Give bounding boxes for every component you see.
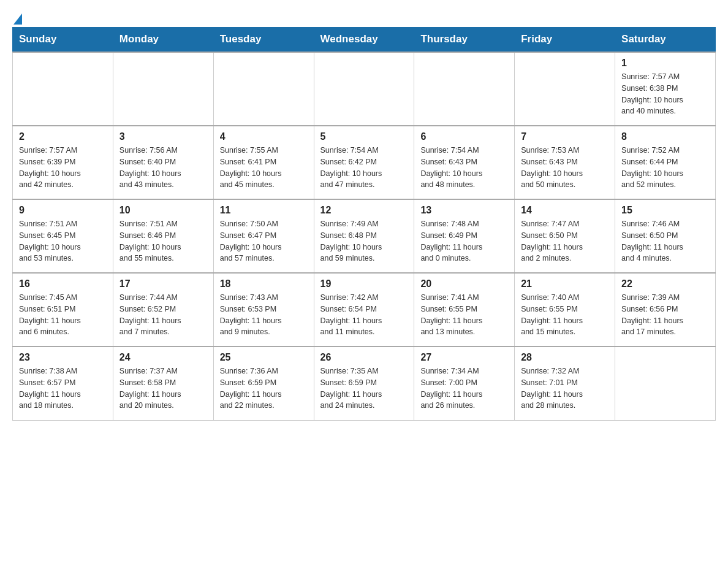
calendar-cell: 11Sunrise: 7:50 AM Sunset: 6:47 PM Dayli… [213, 199, 314, 273]
calendar-cell: 9Sunrise: 7:51 AM Sunset: 6:45 PM Daylig… [13, 199, 113, 273]
day-info: Sunrise: 7:55 AM Sunset: 6:41 PM Dayligh… [220, 145, 308, 191]
day-number: 10 [119, 205, 207, 216]
day-of-week-header: Saturday [615, 27, 716, 52]
day-number: 17 [119, 278, 207, 289]
calendar-cell: 24Sunrise: 7:37 AM Sunset: 6:58 PM Dayli… [113, 347, 213, 420]
day-number: 20 [420, 278, 508, 289]
day-of-week-header: Wednesday [314, 27, 414, 52]
day-info: Sunrise: 7:57 AM Sunset: 6:38 PM Dayligh… [621, 71, 709, 117]
calendar-cell: 22Sunrise: 7:39 AM Sunset: 6:56 PM Dayli… [615, 273, 716, 347]
day-number: 28 [521, 352, 609, 363]
calendar-cell [414, 52, 515, 126]
day-info: Sunrise: 7:49 AM Sunset: 6:48 PM Dayligh… [320, 218, 408, 264]
calendar-header-row: SundayMondayTuesdayWednesdayThursdayFrid… [13, 27, 716, 52]
calendar-cell [13, 52, 113, 126]
day-number: 3 [119, 131, 207, 142]
day-number: 21 [521, 278, 609, 289]
calendar-cell: 27Sunrise: 7:34 AM Sunset: 7:00 PM Dayli… [414, 347, 515, 420]
day-info: Sunrise: 7:57 AM Sunset: 6:39 PM Dayligh… [19, 145, 107, 191]
day-info: Sunrise: 7:43 AM Sunset: 6:53 PM Dayligh… [220, 292, 308, 338]
day-of-week-header: Tuesday [213, 27, 314, 52]
calendar-cell [213, 52, 314, 126]
calendar-cell: 7Sunrise: 7:53 AM Sunset: 6:43 PM Daylig… [515, 126, 615, 199]
day-number: 19 [320, 278, 408, 289]
calendar-cell [113, 52, 213, 126]
day-info: Sunrise: 7:32 AM Sunset: 7:01 PM Dayligh… [521, 366, 609, 412]
calendar-cell [615, 347, 716, 420]
day-info: Sunrise: 7:42 AM Sunset: 6:54 PM Dayligh… [320, 292, 408, 338]
day-number: 26 [320, 352, 408, 363]
calendar-cell: 10Sunrise: 7:51 AM Sunset: 6:46 PM Dayli… [113, 199, 213, 273]
day-info: Sunrise: 7:53 AM Sunset: 6:43 PM Dayligh… [521, 145, 609, 191]
day-info: Sunrise: 7:39 AM Sunset: 6:56 PM Dayligh… [621, 292, 709, 338]
day-number: 23 [19, 352, 107, 363]
day-of-week-header: Sunday [13, 27, 113, 52]
calendar-cell: 2Sunrise: 7:57 AM Sunset: 6:39 PM Daylig… [13, 126, 113, 199]
calendar-cell: 19Sunrise: 7:42 AM Sunset: 6:54 PM Dayli… [314, 273, 414, 347]
calendar-cell: 14Sunrise: 7:47 AM Sunset: 6:50 PM Dayli… [515, 199, 615, 273]
day-of-week-header: Friday [515, 27, 615, 52]
day-info: Sunrise: 7:37 AM Sunset: 6:58 PM Dayligh… [119, 366, 207, 412]
day-number: 1 [621, 58, 709, 69]
calendar-cell: 21Sunrise: 7:40 AM Sunset: 6:55 PM Dayli… [515, 273, 615, 347]
day-info: Sunrise: 7:47 AM Sunset: 6:50 PM Dayligh… [521, 218, 609, 264]
calendar-week-row: 1Sunrise: 7:57 AM Sunset: 6:38 PM Daylig… [13, 52, 716, 126]
day-info: Sunrise: 7:51 AM Sunset: 6:45 PM Dayligh… [19, 218, 107, 264]
calendar-cell: 20Sunrise: 7:41 AM Sunset: 6:55 PM Dayli… [414, 273, 515, 347]
day-number: 4 [220, 131, 308, 142]
day-info: Sunrise: 7:36 AM Sunset: 6:59 PM Dayligh… [220, 366, 308, 412]
calendar-week-row: 23Sunrise: 7:38 AM Sunset: 6:57 PM Dayli… [13, 347, 716, 420]
day-info: Sunrise: 7:38 AM Sunset: 6:57 PM Dayligh… [19, 366, 107, 412]
day-info: Sunrise: 7:41 AM Sunset: 6:55 PM Dayligh… [420, 292, 508, 338]
calendar-cell: 1Sunrise: 7:57 AM Sunset: 6:38 PM Daylig… [615, 52, 716, 126]
day-number: 6 [420, 131, 508, 142]
calendar-week-row: 16Sunrise: 7:45 AM Sunset: 6:51 PM Dayli… [13, 273, 716, 347]
day-number: 16 [19, 278, 107, 289]
day-info: Sunrise: 7:45 AM Sunset: 6:51 PM Dayligh… [19, 292, 107, 338]
day-number: 12 [320, 205, 408, 216]
day-info: Sunrise: 7:44 AM Sunset: 6:52 PM Dayligh… [119, 292, 207, 338]
calendar-cell: 15Sunrise: 7:46 AM Sunset: 6:50 PM Dayli… [615, 199, 716, 273]
day-number: 18 [220, 278, 308, 289]
calendar-cell: 13Sunrise: 7:48 AM Sunset: 6:49 PM Dayli… [414, 199, 515, 273]
day-number: 22 [621, 278, 709, 289]
day-info: Sunrise: 7:46 AM Sunset: 6:50 PM Dayligh… [621, 218, 709, 264]
calendar-cell: 16Sunrise: 7:45 AM Sunset: 6:51 PM Dayli… [13, 273, 113, 347]
day-info: Sunrise: 7:50 AM Sunset: 6:47 PM Dayligh… [220, 218, 308, 264]
day-info: Sunrise: 7:54 AM Sunset: 6:42 PM Dayligh… [320, 145, 408, 191]
day-number: 27 [420, 352, 508, 363]
day-info: Sunrise: 7:48 AM Sunset: 6:49 PM Dayligh… [420, 218, 508, 264]
day-number: 11 [220, 205, 308, 216]
calendar-cell: 6Sunrise: 7:54 AM Sunset: 6:43 PM Daylig… [414, 126, 515, 199]
day-number: 5 [320, 131, 408, 142]
day-info: Sunrise: 7:56 AM Sunset: 6:40 PM Dayligh… [119, 145, 207, 191]
day-number: 9 [19, 205, 107, 216]
calendar-week-row: 2Sunrise: 7:57 AM Sunset: 6:39 PM Daylig… [13, 126, 716, 199]
day-number: 15 [621, 205, 709, 216]
day-number: 8 [621, 131, 709, 142]
day-number: 7 [521, 131, 609, 142]
day-info: Sunrise: 7:40 AM Sunset: 6:55 PM Dayligh… [521, 292, 609, 338]
calendar-cell: 25Sunrise: 7:36 AM Sunset: 6:59 PM Dayli… [213, 347, 314, 420]
logo-triangle-icon [13, 13, 22, 25]
calendar-cell: 28Sunrise: 7:32 AM Sunset: 7:01 PM Dayli… [515, 347, 615, 420]
calendar-cell: 26Sunrise: 7:35 AM Sunset: 6:59 PM Dayli… [314, 347, 414, 420]
day-number: 13 [420, 205, 508, 216]
calendar-cell: 4Sunrise: 7:55 AM Sunset: 6:41 PM Daylig… [213, 126, 314, 199]
logo [12, 12, 23, 21]
day-info: Sunrise: 7:51 AM Sunset: 6:46 PM Dayligh… [119, 218, 207, 264]
day-of-week-header: Thursday [414, 27, 515, 52]
calendar-cell: 5Sunrise: 7:54 AM Sunset: 6:42 PM Daylig… [314, 126, 414, 199]
day-number: 2 [19, 131, 107, 142]
day-info: Sunrise: 7:54 AM Sunset: 6:43 PM Dayligh… [420, 145, 508, 191]
day-number: 24 [119, 352, 207, 363]
day-number: 25 [220, 352, 308, 363]
calendar-cell: 12Sunrise: 7:49 AM Sunset: 6:48 PM Dayli… [314, 199, 414, 273]
calendar-cell: 17Sunrise: 7:44 AM Sunset: 6:52 PM Dayli… [113, 273, 213, 347]
calendar-cell: 18Sunrise: 7:43 AM Sunset: 6:53 PM Dayli… [213, 273, 314, 347]
calendar-table: SundayMondayTuesdayWednesdayThursdayFrid… [12, 27, 716, 421]
page-header [12, 12, 716, 21]
day-number: 14 [521, 205, 609, 216]
day-of-week-header: Monday [113, 27, 213, 52]
calendar-cell: 8Sunrise: 7:52 AM Sunset: 6:44 PM Daylig… [615, 126, 716, 199]
